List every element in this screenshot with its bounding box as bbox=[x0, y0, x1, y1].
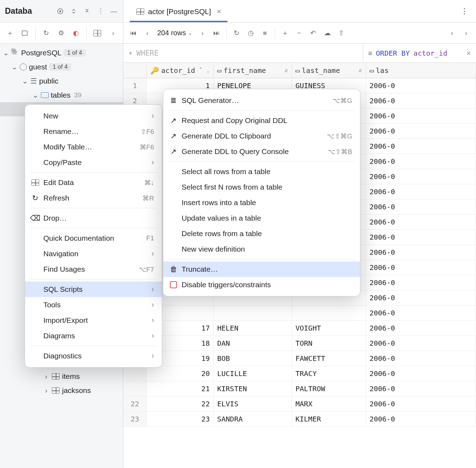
new-icon[interactable]: ＋ bbox=[6, 29, 14, 37]
table-row[interactable]: 17HELENVOIGHT2006-0 bbox=[123, 321, 476, 336]
cell-last-update[interactable]: 2006-0 bbox=[366, 199, 476, 214]
cell-last-update[interactable]: 2006-0 bbox=[366, 412, 476, 426]
menu-item[interactable]: Edit Data⌘↓ bbox=[25, 175, 162, 190]
tables-node[interactable]: tables 39 bbox=[0, 88, 123, 102]
menu-item[interactable]: 🗑Truncate… bbox=[163, 261, 360, 277]
revert-icon[interactable]: ↶ bbox=[309, 29, 317, 37]
table-row[interactable]: 21KIRSTENPALTROW2006-0 bbox=[123, 381, 476, 396]
menu-item[interactable]: SQL Scripts bbox=[25, 282, 162, 297]
overflow-right-icon[interactable]: › bbox=[462, 29, 470, 37]
cell-actor-id[interactable]: 21 bbox=[147, 381, 214, 396]
cell-last-update[interactable]: 2006-0 bbox=[366, 366, 476, 381]
menu-item[interactable]: Select first N rows from a table bbox=[163, 179, 360, 195]
table-view-icon[interactable] bbox=[93, 29, 102, 37]
expand-icon[interactable] bbox=[69, 7, 78, 16]
col-header-first-name[interactable]: ▭ first_name⇵ bbox=[214, 63, 292, 78]
cell-first-name[interactable]: SANDRA bbox=[214, 412, 292, 426]
table-row[interactable]: 2222ELVISMARX2006-0 bbox=[123, 396, 476, 412]
cell-last-update[interactable]: 2006-0 bbox=[366, 381, 476, 396]
menu-item[interactable]: Modify Table…⌘F6 bbox=[25, 139, 162, 155]
table-row[interactable]: 2323SANDRAKILMER2006-0 bbox=[123, 412, 476, 427]
timer-icon[interactable]: ◷ bbox=[246, 29, 255, 37]
kebab-icon[interactable]: ⋮ bbox=[96, 7, 105, 16]
table-row[interactable]: 20LUCILLETRACY2006-0 bbox=[123, 366, 476, 381]
cell-last-update[interactable]: 2006-0 bbox=[366, 396, 476, 411]
cell-last-update[interactable]: 2006-0 bbox=[366, 245, 476, 260]
cell-last-update[interactable]: 2006-0 bbox=[366, 184, 476, 199]
cell-last-update[interactable]: 2006-0 bbox=[366, 109, 476, 123]
collapse-icon[interactable] bbox=[83, 7, 91, 16]
menu-item[interactable]: Diagrams bbox=[25, 328, 162, 344]
cell-last-update[interactable]: 2006-0 bbox=[366, 154, 476, 169]
menu-item[interactable]: ⌫Drop… bbox=[25, 210, 162, 226]
col-header-actor-id[interactable]: 🔑 actor_id ˆ ⌄ bbox=[147, 63, 214, 78]
menu-item[interactable]: Navigation bbox=[25, 246, 162, 261]
menu-item[interactable]: Find Usages⌥F7 bbox=[25, 261, 162, 277]
cell-last-update[interactable]: 2006-0 bbox=[366, 230, 476, 245]
menu-item[interactable]: Rename…⇧F6 bbox=[25, 124, 162, 139]
menu-item[interactable]: Tools bbox=[25, 297, 162, 313]
close-tab-icon[interactable]: × bbox=[217, 7, 221, 16]
menu-item[interactable]: ↗Generate DDL to Clipboard⌥⇧⌘G bbox=[163, 128, 360, 144]
table-row[interactable]: 18DANTORN2006-0 bbox=[123, 336, 476, 351]
cell-last-name[interactable]: TRACY bbox=[292, 366, 366, 381]
minimize-icon[interactable]: — bbox=[110, 7, 118, 16]
cell-last-update[interactable]: 2006-0 bbox=[366, 290, 476, 305]
table-row[interactable]: 2006-0 bbox=[123, 306, 476, 321]
menu-item[interactable]: New bbox=[25, 108, 162, 124]
cell-last-update[interactable]: 2006-0 bbox=[366, 275, 476, 290]
add-row-icon[interactable]: ＋ bbox=[281, 29, 289, 37]
cell-first-name[interactable]: LUCILLE bbox=[214, 366, 292, 381]
clear-filter-icon[interactable]: × bbox=[466, 49, 471, 57]
row-count[interactable]: 204 rows ⌄ bbox=[157, 29, 193, 37]
menu-item[interactable]: Import/Export bbox=[25, 313, 162, 328]
col-header-last-name[interactable]: ▭ last_name⇵ bbox=[292, 63, 366, 78]
cell-last-update[interactable]: 2006-0 bbox=[366, 169, 476, 184]
remove-row-icon[interactable]: − bbox=[295, 29, 303, 37]
cell-last-update[interactable]: 2006-0 bbox=[366, 215, 476, 229]
cell-first-name[interactable]: HELEN bbox=[214, 321, 292, 335]
cell-actor-id[interactable]: 23 bbox=[147, 412, 214, 426]
cloud-icon[interactable]: ☁ bbox=[323, 29, 331, 37]
prev-page-icon[interactable]: ‹ bbox=[143, 29, 152, 37]
menu-item[interactable]: Disable triggers/constraints bbox=[163, 277, 360, 292]
cell-last-name[interactable]: KILMER bbox=[292, 412, 366, 426]
cell-last-update[interactable]: 2006-0 bbox=[366, 124, 476, 138]
cell-last-name[interactable] bbox=[292, 306, 366, 320]
menu-item[interactable]: Insert rows into a table bbox=[163, 195, 360, 210]
cell-last-update[interactable]: 2006-0 bbox=[366, 321, 476, 335]
cell-first-name[interactable] bbox=[214, 306, 292, 320]
cell-last-update[interactable]: 2006-0 bbox=[366, 260, 476, 275]
cell-last-update[interactable]: 2006-0 bbox=[366, 336, 476, 351]
reload-icon[interactable]: ↻ bbox=[232, 29, 241, 37]
cell-last-update[interactable]: 2006-0 bbox=[366, 351, 476, 366]
menu-item[interactable]: New view definition bbox=[163, 241, 360, 257]
database-node[interactable]: guest 1 of 4 bbox=[0, 60, 123, 74]
where-filter[interactable]: ▾ WHERE bbox=[123, 44, 363, 62]
cell-last-update[interactable]: 2006-0 bbox=[366, 93, 476, 108]
cell-actor-id[interactable]: 20 bbox=[147, 366, 214, 381]
menu-item[interactable]: Select all rows from a table bbox=[163, 164, 360, 179]
editor-tab[interactable]: actor [PostgreSQL] × bbox=[130, 3, 227, 22]
target-icon[interactable] bbox=[56, 7, 65, 16]
last-page-icon[interactable]: ⏭ bbox=[212, 29, 221, 37]
cell-actor-id[interactable]: 22 bbox=[147, 396, 214, 411]
order-by-filter[interactable]: ≡ ORDER BY actor_id × bbox=[363, 44, 476, 62]
cell-last-name[interactable]: TORN bbox=[292, 336, 366, 351]
editor-kebab-icon[interactable]: ⋮ bbox=[460, 7, 468, 16]
cell-first-name[interactable]: KIRSTEN bbox=[214, 381, 292, 396]
stop-icon[interactable]: ◐ bbox=[72, 29, 80, 37]
col-header-last-update[interactable]: ▭ las bbox=[366, 63, 476, 78]
console-icon[interactable] bbox=[20, 29, 29, 37]
menu-item[interactable]: ↗Request and Copy Original DDL bbox=[163, 113, 360, 128]
menu-item[interactable]: ≣SQL Generator…⌥⌘G bbox=[163, 93, 360, 108]
menu-item[interactable]: Delete rows from a table bbox=[163, 226, 360, 241]
row-num-header[interactable] bbox=[123, 63, 147, 78]
stop-query-icon[interactable]: ■ bbox=[261, 29, 269, 37]
cell-last-update[interactable]: 2006-0 bbox=[366, 78, 476, 93]
overflow-chevron-icon[interactable]: › bbox=[109, 29, 117, 37]
first-page-icon[interactable]: ⏮ bbox=[129, 29, 138, 37]
table-node-jacksons[interactable]: jacksons bbox=[0, 383, 123, 398]
cell-first-name[interactable]: BOB bbox=[214, 351, 292, 366]
menu-item[interactable]: Diagnostics bbox=[25, 348, 162, 364]
